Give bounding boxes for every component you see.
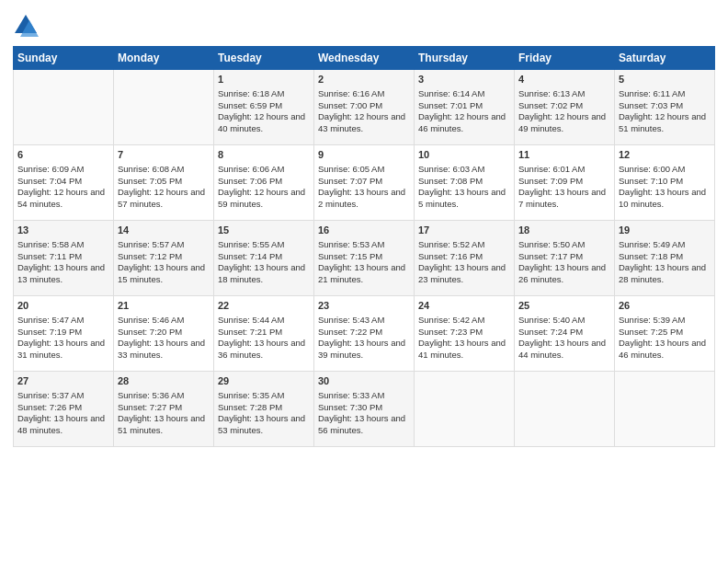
day-number: 29 xyxy=(218,374,310,388)
calendar-week-row: 27Sunrise: 5:37 AMSunset: 7:26 PMDayligh… xyxy=(14,372,715,447)
calendar-cell: 26Sunrise: 5:39 AMSunset: 7:25 PMDayligh… xyxy=(615,296,715,372)
logo-icon xyxy=(13,13,39,39)
day-info-line: Sunrise: 5:47 AM xyxy=(17,315,109,327)
day-info-line: Sunset: 7:23 PM xyxy=(418,327,510,339)
day-info-line: Sunrise: 6:08 AM xyxy=(118,164,210,176)
day-info-line: Sunset: 7:21 PM xyxy=(218,327,310,339)
calendar-cell: 1Sunrise: 6:18 AMSunset: 6:59 PMDaylight… xyxy=(214,70,314,145)
day-info-line: Daylight: 12 hours and 54 minutes. xyxy=(17,187,109,211)
day-info-line: Sunrise: 5:44 AM xyxy=(218,315,310,327)
day-info-line: Sunset: 6:59 PM xyxy=(218,100,310,112)
calendar-cell: 19Sunrise: 5:49 AMSunset: 7:18 PMDayligh… xyxy=(615,221,715,296)
day-info-line: Sunset: 7:18 PM xyxy=(619,251,711,263)
day-info-line: Sunrise: 5:39 AM xyxy=(619,315,711,327)
calendar-cell: 4Sunrise: 6:13 AMSunset: 7:02 PMDaylight… xyxy=(515,70,615,145)
day-info-line: Sunset: 7:30 PM xyxy=(318,402,410,414)
calendar-body: 1Sunrise: 6:18 AMSunset: 6:59 PMDaylight… xyxy=(14,70,715,447)
day-info-line: Sunrise: 6:11 AM xyxy=(619,88,711,100)
calendar-header: SundayMondayTuesdayWednesdayThursdayFrid… xyxy=(14,47,715,70)
day-number: 1 xyxy=(218,73,310,86)
day-info-line: Sunset: 7:19 PM xyxy=(17,327,109,339)
header xyxy=(13,9,715,39)
calendar-cell: 6Sunrise: 6:09 AMSunset: 7:04 PMDaylight… xyxy=(14,145,114,221)
day-info-line: Sunset: 7:24 PM xyxy=(518,327,610,339)
weekday-header: Saturday xyxy=(615,47,715,70)
day-info-line: Daylight: 12 hours and 49 minutes. xyxy=(518,111,610,135)
day-info-line: Sunset: 7:08 PM xyxy=(418,176,510,188)
calendar-cell: 17Sunrise: 5:52 AMSunset: 7:16 PMDayligh… xyxy=(415,221,515,296)
day-info-line: Sunrise: 6:16 AM xyxy=(318,88,410,100)
day-info-line: Sunrise: 6:06 AM xyxy=(218,164,310,176)
day-info-line: Sunset: 7:03 PM xyxy=(619,100,711,112)
calendar-cell: 10Sunrise: 6:03 AMSunset: 7:08 PMDayligh… xyxy=(415,145,515,221)
day-info-line: Sunrise: 5:55 AM xyxy=(218,239,310,251)
day-info-line: Sunset: 7:27 PM xyxy=(118,402,210,414)
logo xyxy=(13,13,42,39)
day-number: 8 xyxy=(218,148,310,162)
day-info-line: Daylight: 12 hours and 59 minutes. xyxy=(218,187,310,211)
day-number: 22 xyxy=(218,299,310,313)
day-info-line: Sunset: 7:00 PM xyxy=(318,100,410,112)
day-number: 24 xyxy=(418,299,510,313)
day-number: 7 xyxy=(118,148,210,162)
calendar-cell xyxy=(615,372,715,447)
day-number: 5 xyxy=(619,73,711,86)
day-info-line: Sunset: 7:02 PM xyxy=(518,100,610,112)
day-info-line: Daylight: 12 hours and 46 minutes. xyxy=(418,111,510,135)
calendar-week-row: 13Sunrise: 5:58 AMSunset: 7:11 PMDayligh… xyxy=(14,221,715,296)
day-number: 18 xyxy=(518,224,610,237)
day-info-line: Daylight: 13 hours and 2 minutes. xyxy=(318,187,410,211)
day-info-line: Sunset: 7:26 PM xyxy=(17,402,109,414)
calendar-cell xyxy=(415,372,515,447)
header-row: SundayMondayTuesdayWednesdayThursdayFrid… xyxy=(14,47,715,70)
calendar-cell: 9Sunrise: 6:05 AMSunset: 7:07 PMDaylight… xyxy=(314,145,415,221)
day-info-line: Daylight: 13 hours and 7 minutes. xyxy=(518,187,610,211)
weekday-header: Thursday xyxy=(415,47,515,70)
day-number: 4 xyxy=(518,73,610,86)
day-number: 13 xyxy=(17,224,109,237)
day-info-line: Sunrise: 5:40 AM xyxy=(518,315,610,327)
calendar-cell: 25Sunrise: 5:40 AMSunset: 7:24 PMDayligh… xyxy=(515,296,615,372)
day-info-line: Sunset: 7:12 PM xyxy=(118,251,210,263)
day-info-line: Sunrise: 5:53 AM xyxy=(318,239,410,251)
calendar-cell: 12Sunrise: 6:00 AMSunset: 7:10 PMDayligh… xyxy=(615,145,715,221)
calendar-cell: 11Sunrise: 6:01 AMSunset: 7:09 PMDayligh… xyxy=(515,145,615,221)
day-info-line: Sunset: 7:07 PM xyxy=(318,176,410,188)
day-number: 21 xyxy=(118,299,210,313)
day-number: 26 xyxy=(619,299,711,313)
day-info-line: Sunset: 7:11 PM xyxy=(17,251,109,263)
day-info-line: Daylight: 13 hours and 21 minutes. xyxy=(318,262,410,286)
day-info-line: Daylight: 13 hours and 10 minutes. xyxy=(619,187,711,211)
weekday-header: Wednesday xyxy=(314,47,415,70)
calendar-cell xyxy=(114,70,214,145)
day-info-line: Sunrise: 5:49 AM xyxy=(619,239,711,251)
day-info-line: Daylight: 13 hours and 46 minutes. xyxy=(619,338,711,362)
calendar-cell: 18Sunrise: 5:50 AMSunset: 7:17 PMDayligh… xyxy=(515,221,615,296)
calendar-cell: 20Sunrise: 5:47 AMSunset: 7:19 PMDayligh… xyxy=(14,296,114,372)
calendar-week-row: 1Sunrise: 6:18 AMSunset: 6:59 PMDaylight… xyxy=(14,70,715,145)
calendar-cell: 28Sunrise: 5:36 AMSunset: 7:27 PMDayligh… xyxy=(114,372,214,447)
calendar-cell: 24Sunrise: 5:42 AMSunset: 7:23 PMDayligh… xyxy=(415,296,515,372)
calendar-cell: 5Sunrise: 6:11 AMSunset: 7:03 PMDaylight… xyxy=(615,70,715,145)
day-info-line: Sunrise: 5:50 AM xyxy=(518,239,610,251)
calendar-cell xyxy=(14,70,114,145)
day-info-line: Sunrise: 5:57 AM xyxy=(118,239,210,251)
day-info-line: Sunrise: 6:14 AM xyxy=(418,88,510,100)
day-info-line: Daylight: 13 hours and 41 minutes. xyxy=(418,338,510,362)
day-info-line: Daylight: 12 hours and 51 minutes. xyxy=(619,111,711,135)
day-number: 9 xyxy=(318,148,410,162)
day-info-line: Daylight: 13 hours and 33 minutes. xyxy=(118,338,210,362)
calendar-week-row: 20Sunrise: 5:47 AMSunset: 7:19 PMDayligh… xyxy=(14,296,715,372)
calendar-cell: 23Sunrise: 5:43 AMSunset: 7:22 PMDayligh… xyxy=(314,296,415,372)
calendar-cell: 16Sunrise: 5:53 AMSunset: 7:15 PMDayligh… xyxy=(314,221,415,296)
calendar-cell: 7Sunrise: 6:08 AMSunset: 7:05 PMDaylight… xyxy=(114,145,214,221)
day-number: 3 xyxy=(418,73,510,86)
day-info-line: Sunset: 7:04 PM xyxy=(17,176,109,188)
day-info-line: Daylight: 13 hours and 48 minutes. xyxy=(17,413,109,437)
day-info-line: Sunrise: 6:05 AM xyxy=(318,164,410,176)
day-info-line: Daylight: 13 hours and 51 minutes. xyxy=(118,413,210,437)
day-info-line: Sunset: 7:15 PM xyxy=(318,251,410,263)
day-number: 15 xyxy=(218,224,310,237)
day-number: 20 xyxy=(17,299,109,313)
weekday-header: Tuesday xyxy=(214,47,314,70)
